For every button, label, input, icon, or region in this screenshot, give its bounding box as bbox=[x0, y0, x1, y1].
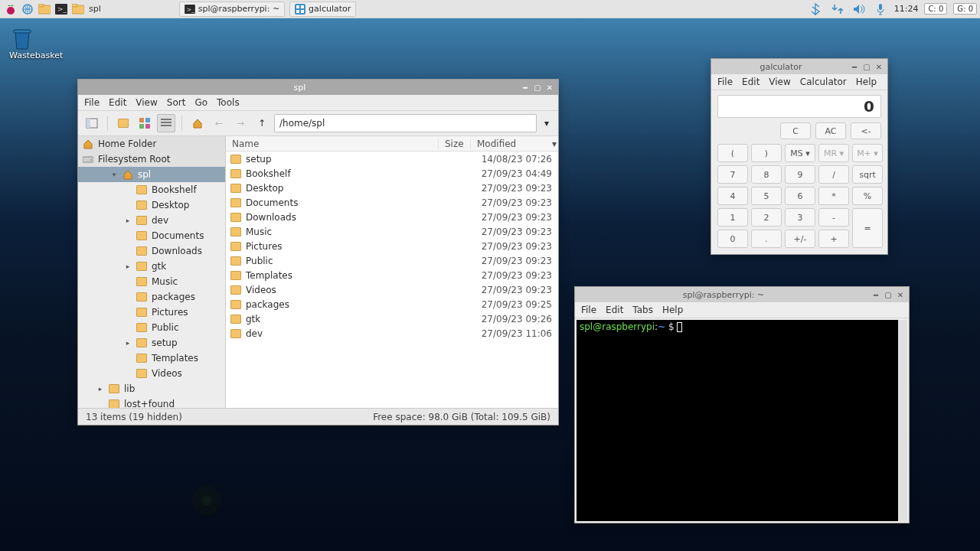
file-row[interactable]: Bookshelf27/09/23 04:49 bbox=[226, 166, 558, 181]
menu-tabs[interactable]: Tabs bbox=[632, 305, 653, 315]
files-quick-icon[interactable] bbox=[37, 2, 52, 17]
file-row[interactable]: Documents27/09/23 09:23 bbox=[226, 195, 558, 210]
col-size[interactable]: Size bbox=[439, 139, 471, 149]
file-row[interactable]: Videos27/09/23 09:23 bbox=[226, 282, 558, 297]
menu-edit[interactable]: Edit bbox=[109, 97, 126, 108]
calc-ac-button[interactable]: AC bbox=[815, 122, 846, 139]
file-row[interactable]: Music27/09/23 09:23 bbox=[226, 224, 558, 239]
sidebar-item-dev[interactable]: ▸dev bbox=[78, 213, 225, 228]
expander-icon[interactable]: ▸ bbox=[96, 385, 104, 393]
calc-key-x[interactable]: . bbox=[751, 230, 782, 248]
sidebar-item-lib[interactable]: ▸lib bbox=[78, 381, 225, 396]
calc-key-x[interactable]: ) bbox=[751, 144, 782, 162]
taskbar-app-calculator[interactable]: galculator bbox=[289, 2, 356, 17]
calc-key-xxx[interactable]: +/- bbox=[785, 230, 815, 248]
close-button[interactable]: ✕ bbox=[544, 82, 555, 93]
sidebar-place-filesystem-root[interactable]: Filesystem Root bbox=[78, 152, 225, 167]
sidebar-item-bookshelf[interactable]: Bookshelf bbox=[78, 182, 225, 197]
expander-icon[interactable]: ▸ bbox=[124, 217, 132, 224]
files-quick-icon-2[interactable] bbox=[70, 2, 86, 17]
menu-file[interactable]: File bbox=[84, 97, 100, 108]
fm-sidebar[interactable]: Home FolderFilesystem Root▾splBookshelfD… bbox=[78, 136, 226, 408]
calc--button[interactable]: <- bbox=[851, 122, 881, 139]
minimize-button[interactable]: ━ bbox=[520, 82, 531, 93]
calc-titlebar[interactable]: galculator ━ ▢ ✕ bbox=[711, 59, 887, 74]
calc-key-0[interactable]: 0 bbox=[717, 230, 748, 248]
maximize-button[interactable]: ▢ bbox=[861, 61, 872, 72]
menu-edit[interactable]: Edit bbox=[742, 77, 760, 87]
path-dropdown-button[interactable]: ▾ bbox=[540, 114, 554, 132]
calc-key-7[interactable]: 7 bbox=[717, 165, 748, 184]
home-button[interactable] bbox=[188, 114, 207, 132]
wastebasket-icon[interactable]: Wastebasket bbox=[9, 28, 63, 60]
calc-c-button[interactable]: C bbox=[780, 122, 811, 139]
calc-key-2[interactable]: 2 bbox=[751, 208, 782, 227]
taskbar-app-terminal[interactable]: >_ spl@raspberrypi: ~ bbox=[179, 2, 285, 17]
path-bar[interactable]: /home/spl bbox=[274, 114, 537, 132]
close-button[interactable]: ✕ bbox=[874, 61, 884, 72]
sidebar-toggle-button[interactable] bbox=[83, 114, 101, 132]
menu-sort[interactable]: Sort bbox=[167, 97, 186, 108]
sidebar-item-packages[interactable]: packages bbox=[78, 289, 225, 305]
calc-key-6[interactable]: 6 bbox=[785, 187, 815, 205]
minimize-button[interactable]: ━ bbox=[849, 61, 860, 72]
forward-button[interactable]: → bbox=[231, 114, 250, 132]
menu-help[interactable]: Help bbox=[856, 77, 877, 87]
menu-view[interactable]: View bbox=[769, 77, 790, 87]
sidebar-place-home-folder[interactable]: Home Folder bbox=[78, 136, 225, 152]
sidebar-item-music[interactable]: Music bbox=[78, 274, 225, 289]
expander-icon[interactable]: ▸ bbox=[124, 262, 132, 270]
terminal-quick-icon[interactable]: >_ bbox=[54, 2, 69, 17]
maximize-button[interactable]: ▢ bbox=[532, 82, 543, 93]
calc-key-mxxx[interactable]: M+ ▾ bbox=[852, 144, 883, 162]
sidebar-item-desktop[interactable]: Desktop bbox=[78, 197, 225, 213]
term-titlebar[interactable]: spl@raspberrypi: ~ ━ ▢ ✕ bbox=[575, 287, 909, 302]
sort-indicator-icon[interactable]: ▾ bbox=[546, 139, 558, 149]
file-row[interactable]: Pictures27/09/23 09:23 bbox=[226, 239, 558, 253]
col-modified[interactable]: Modified bbox=[471, 139, 546, 149]
list-view-button[interactable] bbox=[157, 114, 175, 132]
menu-file[interactable]: File bbox=[581, 305, 596, 315]
back-button[interactable]: ← bbox=[210, 114, 228, 132]
icon-view-button[interactable] bbox=[114, 114, 132, 132]
up-button[interactable]: ↑ bbox=[253, 114, 271, 132]
bluetooth-icon[interactable] bbox=[808, 2, 824, 17]
calc-key-x[interactable]: - bbox=[818, 208, 849, 227]
menu-calculator[interactable]: Calculator bbox=[800, 77, 847, 87]
calc-key-mrxx[interactable]: MR ▾ bbox=[818, 144, 849, 162]
file-row[interactable]: Templates27/09/23 09:23 bbox=[226, 268, 558, 282]
clock[interactable]: 11:24 bbox=[894, 4, 919, 14]
compact-view-button[interactable] bbox=[136, 114, 154, 132]
sidebar-item-documents[interactable]: Documents bbox=[78, 228, 225, 243]
menu-edit[interactable]: Edit bbox=[606, 305, 623, 315]
menu-go[interactable]: Go bbox=[194, 97, 207, 108]
sidebar-item-setup[interactable]: ▸setup bbox=[78, 335, 225, 350]
calc-key-8[interactable]: 8 bbox=[751, 165, 782, 184]
calc-key-1[interactable]: 1 bbox=[717, 208, 748, 227]
calc-key-x[interactable]: + bbox=[818, 230, 849, 248]
file-row[interactable]: gtk27/09/23 09:26 bbox=[226, 311, 558, 326]
raspberry-icon[interactable] bbox=[3, 2, 18, 17]
scrollbar[interactable] bbox=[898, 320, 907, 521]
sidebar-item-pictures[interactable]: Pictures bbox=[78, 305, 225, 320]
globe-icon[interactable] bbox=[20, 2, 35, 17]
menu-help[interactable]: Help bbox=[662, 305, 683, 315]
expander-icon[interactable]: ▸ bbox=[124, 339, 132, 347]
volume-icon[interactable] bbox=[851, 2, 867, 17]
sidebar-item-templates[interactable]: Templates bbox=[78, 350, 225, 366]
file-row[interactable]: Desktop27/09/23 09:23 bbox=[226, 181, 558, 195]
calc-key-x[interactable]: ( bbox=[717, 144, 748, 162]
fm-column-headers[interactable]: Name Size Modified ▾ bbox=[226, 136, 558, 152]
calc-key-x[interactable]: % bbox=[852, 187, 883, 205]
calc-key-3[interactable]: 3 bbox=[785, 208, 815, 227]
sidebar-item-spl[interactable]: ▾spl bbox=[78, 167, 225, 182]
sidebar-item-videos[interactable]: Videos bbox=[78, 366, 225, 381]
col-name[interactable]: Name bbox=[226, 139, 439, 149]
calc-key-x[interactable]: = bbox=[852, 208, 883, 248]
file-row[interactable]: Public27/09/23 09:23 bbox=[226, 253, 558, 268]
fm-titlebar[interactable]: spl ━ ▢ ✕ bbox=[78, 80, 558, 95]
calc-key-9[interactable]: 9 bbox=[785, 165, 815, 184]
sidebar-item-public[interactable]: Public bbox=[78, 320, 225, 335]
terminal-body[interactable]: spl@raspberrypi:~ $ bbox=[577, 320, 907, 521]
menu-tools[interactable]: Tools bbox=[217, 97, 240, 108]
